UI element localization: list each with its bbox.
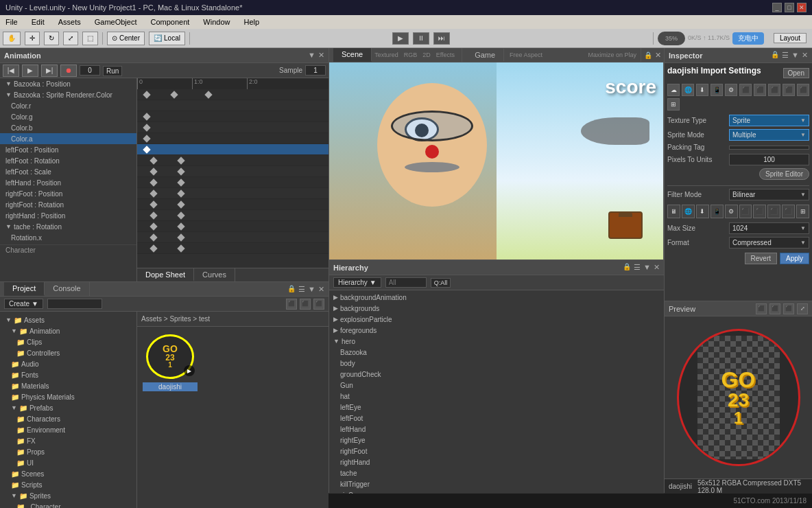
keyframe[interactable] bbox=[143, 124, 150, 131]
menu-help[interactable]: Help bbox=[241, 18, 262, 26]
tree-characters[interactable]: 📁 Characters bbox=[0, 413, 136, 424]
keyframe[interactable] bbox=[177, 211, 184, 219]
hier-close[interactable]: ✕ bbox=[654, 263, 660, 272]
anim-frame-input[interactable]: 0 bbox=[80, 65, 100, 76]
tree-ui[interactable]: 📁 UI bbox=[0, 457, 136, 468]
keyframe[interactable] bbox=[150, 244, 157, 252]
keyframe[interactable] bbox=[170, 91, 178, 98]
hier-hat[interactable]: hat bbox=[329, 391, 664, 402]
track-righthand-pos[interactable]: rightHand : Position bbox=[0, 210, 136, 221]
track-leftfoot-scale[interactable]: leftFoot : Scale bbox=[0, 166, 136, 177]
hier-righteye[interactable]: rightEye bbox=[329, 435, 664, 446]
track-rightfoot-pos[interactable]: rightFoot : Position bbox=[0, 188, 136, 199]
track-color-a[interactable]: Color.a bbox=[0, 133, 136, 144]
assets-search[interactable] bbox=[47, 299, 102, 309]
preview-icon-1[interactable]: ⬛ bbox=[756, 303, 767, 314]
keyframe[interactable] bbox=[204, 91, 212, 98]
keyframe[interactable] bbox=[177, 189, 184, 197]
assets-menu-icon[interactable]: ☰ bbox=[298, 285, 305, 294]
platform-icon-2[interactable]: 🌐 bbox=[682, 205, 695, 218]
tab-scene[interactable]: Scene bbox=[333, 48, 372, 62]
inspector-icon-5[interactable]: ⬛ bbox=[739, 84, 752, 96]
keyframe[interactable] bbox=[177, 157, 184, 164]
platform-icon-3[interactable]: ⬇ bbox=[696, 205, 709, 218]
hier-foregrounds[interactable]: ▶ foregrounds bbox=[329, 325, 664, 336]
tree-fonts[interactable]: 📁 Fonts bbox=[0, 369, 136, 380]
keyframe[interactable] bbox=[177, 233, 184, 241]
menu-edit[interactable]: Edit bbox=[29, 18, 47, 26]
hier-leftfoot[interactable]: leftFoot bbox=[329, 413, 664, 424]
tree-materials[interactable]: 📁 Materials bbox=[0, 380, 136, 391]
format-dropdown[interactable]: Compressed ▼ bbox=[729, 237, 809, 249]
tree-animation[interactable]: ▼ 📁 Animation bbox=[0, 325, 136, 336]
inspector-icon-cloud[interactable]: ☁ bbox=[667, 84, 680, 96]
layout-btn[interactable]: Layout bbox=[774, 33, 807, 43]
track-color-r[interactable]: Color.r bbox=[0, 100, 136, 111]
platform-icon-5[interactable]: ⚙ bbox=[725, 205, 738, 218]
tree-environment[interactable]: 📁 Environment bbox=[0, 424, 136, 435]
tree-clips[interactable]: 📁 Clips bbox=[0, 336, 136, 347]
anim-play-btn[interactable]: ▶ bbox=[22, 65, 38, 77]
tree-fx[interactable]: 📁 FX bbox=[0, 435, 136, 446]
tab-dope-sheet[interactable]: Dope Sheet bbox=[137, 268, 194, 281]
keyframe[interactable] bbox=[143, 91, 150, 98]
animation-minimize[interactable]: ▼ bbox=[308, 51, 315, 60]
inspector-close[interactable]: ✕ bbox=[802, 51, 808, 60]
menu-gameobject[interactable]: GameObject bbox=[92, 18, 140, 26]
inspector-icon-download[interactable]: ⬇ bbox=[696, 84, 708, 96]
platform-icon-7[interactable]: ⬛ bbox=[753, 205, 766, 218]
hier-explosion[interactable]: ▶ explosionParticle bbox=[329, 314, 664, 325]
minimize-btn[interactable]: _ bbox=[772, 3, 782, 12]
filter-mode-dropdown[interactable]: Bilinear ▼ bbox=[729, 189, 809, 200]
animation-close[interactable]: ✕ bbox=[318, 51, 324, 60]
keyframe[interactable] bbox=[177, 168, 184, 175]
keyframe[interactable] bbox=[143, 146, 150, 153]
sprite-editor-btn[interactable]: Sprite Editor bbox=[759, 168, 809, 180]
keyframe[interactable] bbox=[143, 113, 150, 120]
tab-curves[interactable]: Curves bbox=[194, 268, 235, 281]
hier-minimize[interactable]: ▼ bbox=[643, 263, 651, 272]
tree-scripts[interactable]: 📁 Scripts bbox=[0, 479, 136, 490]
hier-menu[interactable]: ☰ bbox=[634, 263, 641, 272]
inspector-icon-web[interactable]: 🌐 bbox=[682, 84, 694, 96]
inspector-menu[interactable]: ☰ bbox=[782, 51, 789, 60]
asset-daojishi[interactable]: GO 23 1 ▶ daojishi bbox=[143, 332, 198, 391]
preview-expand[interactable]: ⤢ bbox=[797, 303, 808, 314]
inspector-icon-grid[interactable]: ⊞ bbox=[667, 98, 680, 111]
inspector-lock[interactable]: 🔒 bbox=[771, 51, 779, 60]
hier-lock[interactable]: 🔒 bbox=[623, 263, 631, 272]
hier-killtrigger[interactable]: killTrigger bbox=[329, 478, 664, 489]
anim-sample-input[interactable]: 1 bbox=[305, 65, 326, 76]
inspector-open-btn[interactable]: Open bbox=[783, 68, 809, 78]
hier-hero[interactable]: ▼ hero bbox=[329, 336, 664, 347]
inspector-icon-gear[interactable]: ⚙ bbox=[725, 84, 737, 96]
hier-bazooka[interactable]: Bazooka bbox=[329, 347, 664, 358]
hier-lefteye[interactable]: leftEye bbox=[329, 402, 664, 413]
platform-icon-8[interactable]: ⬛ bbox=[767, 205, 780, 218]
view-lock[interactable]: 🔒 bbox=[644, 51, 652, 59]
keyframe[interactable] bbox=[150, 211, 157, 219]
keyframe[interactable] bbox=[177, 200, 184, 208]
hier-search[interactable] bbox=[385, 277, 427, 288]
tab-console[interactable]: Console bbox=[45, 282, 89, 296]
platform-icon-10[interactable]: ⊞ bbox=[796, 205, 809, 218]
preview-icon-3[interactable]: ⬛ bbox=[783, 303, 794, 314]
inspector-icon-9[interactable]: ⬛ bbox=[797, 84, 809, 96]
keyframe[interactable] bbox=[150, 168, 157, 175]
tree-scenes[interactable]: 📁 Scenes bbox=[0, 468, 136, 479]
inspector-icon-mobile[interactable]: 📱 bbox=[710, 84, 723, 96]
track-bazooka-color[interactable]: ▼ Bazooka : Sprite Renderer.Color bbox=[0, 89, 136, 100]
track-rotation-x[interactable]: Rotation.x bbox=[0, 232, 136, 243]
track-leftfoot-pos[interactable]: leftFoot : Position bbox=[0, 144, 136, 155]
hier-tache[interactable]: tache bbox=[329, 467, 664, 478]
step-btn[interactable]: ⏭ bbox=[433, 32, 450, 45]
hier-backgrounds[interactable]: ▶ backgrounds bbox=[329, 303, 664, 314]
assets-icon-2[interactable]: ⬛ bbox=[300, 299, 311, 310]
scale-tool-btn[interactable]: ⤢ bbox=[63, 32, 78, 45]
local-btn[interactable]: 🔄 Local bbox=[149, 32, 185, 45]
hier-righthand[interactable]: rightHand bbox=[329, 457, 664, 467]
view-close[interactable]: ✕ bbox=[655, 51, 661, 60]
anim-next-btn[interactable]: ▶| bbox=[41, 65, 58, 77]
move-tool-btn[interactable]: ✛ bbox=[25, 32, 40, 45]
anim-record-btn[interactable]: ⏺ bbox=[60, 65, 77, 77]
